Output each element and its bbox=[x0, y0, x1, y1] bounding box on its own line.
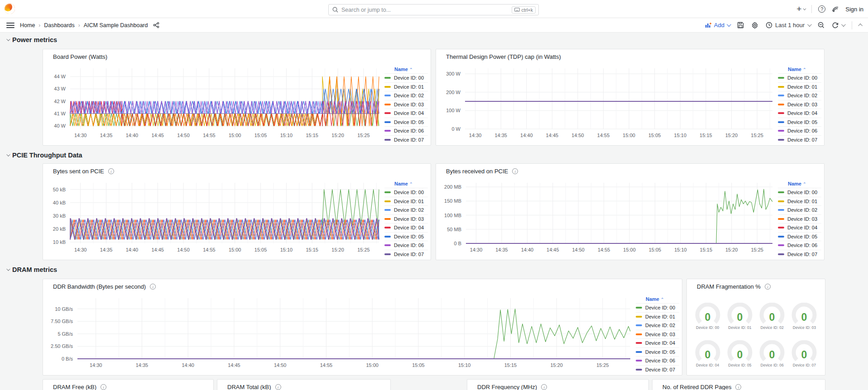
legend-item[interactable]: Device ID: 03 bbox=[778, 214, 821, 224]
refresh-button[interactable] bbox=[832, 22, 844, 29]
legend-item[interactable]: Device ID: 02 bbox=[778, 205, 821, 214]
legend-item[interactable]: Device ID: 01 bbox=[384, 197, 428, 206]
legend-item[interactable]: Device ID: 02 bbox=[636, 321, 679, 330]
legend-sort-header[interactable]: Name ⌃ bbox=[384, 66, 428, 73]
info-icon[interactable]: i bbox=[108, 168, 114, 174]
panel-title[interactable]: DDR Bandwidth (Bytes per second)i bbox=[53, 283, 156, 290]
legend-item[interactable]: Device ID: 07 bbox=[778, 250, 821, 259]
time-range-picker[interactable]: Last 1 hour bbox=[766, 22, 810, 29]
menu-toggle-icon[interactable] bbox=[6, 21, 14, 29]
legend-item[interactable]: Device ID: 04 bbox=[778, 109, 821, 118]
info-icon[interactable]: i bbox=[275, 384, 281, 390]
legend-item[interactable]: Device ID: 04 bbox=[384, 223, 428, 232]
collapse-toolbar-button[interactable] bbox=[859, 24, 863, 27]
info-icon[interactable]: i bbox=[150, 284, 156, 290]
grafana-logo[interactable] bbox=[5, 4, 15, 14]
info-icon[interactable]: i bbox=[765, 284, 771, 290]
legend-item[interactable]: Device ID: 05 bbox=[384, 232, 428, 241]
panel-title[interactable]: Board Power (Watts) bbox=[53, 53, 107, 60]
section-pcie-throughput[interactable]: PCIE Throughput Data bbox=[6, 152, 82, 159]
legend-item[interactable]: Device ID: 00 bbox=[384, 73, 428, 82]
timeseries-chart[interactable]: 300 W200 W100 W0 W14:3014:3514:4014:4514… bbox=[436, 63, 824, 145]
section-power-metrics[interactable]: Power metrics bbox=[6, 36, 57, 43]
zoom-out-time-button[interactable] bbox=[818, 22, 825, 29]
info-icon[interactable]: i bbox=[541, 384, 547, 390]
legend-item[interactable]: Device ID: 06 bbox=[778, 126, 821, 135]
add-button[interactable]: Add bbox=[705, 22, 730, 29]
legend-item[interactable]: Device ID: 05 bbox=[778, 118, 821, 127]
legend-label: Device ID: 07 bbox=[645, 367, 675, 372]
new-button[interactable]: + bbox=[796, 4, 805, 14]
gauge[interactable]: 0Device ID: 01 bbox=[724, 297, 756, 335]
timeseries-chart[interactable]: 50 kB40 kB30 kB20 kB10 kB14:3014:3514:40… bbox=[43, 177, 431, 260]
legend-item[interactable]: Device ID: 00 bbox=[778, 188, 821, 197]
panel-title[interactable]: DDR Frequency (MHz)i bbox=[477, 384, 547, 390]
gauge[interactable]: 0Device ID: 03 bbox=[788, 297, 820, 335]
legend-item[interactable]: Device ID: 01 bbox=[636, 312, 679, 321]
panel-title[interactable]: DRAM Total (kB)i bbox=[227, 384, 281, 390]
legend-item[interactable]: Device ID: 04 bbox=[778, 223, 821, 232]
legend-item[interactable]: Device ID: 05 bbox=[384, 118, 428, 127]
x-axis-tick-label: 15:00 bbox=[366, 362, 379, 368]
gauge[interactable]: 0Device ID: 02 bbox=[756, 297, 788, 335]
dashboard-settings-button[interactable] bbox=[751, 22, 758, 29]
legend-item[interactable]: Device ID: 00 bbox=[778, 73, 821, 82]
refresh-interval-dropdown[interactable] bbox=[841, 22, 846, 27]
panel-title[interactable]: Thermal Design Power (TDP) cap (in Watts… bbox=[446, 53, 561, 60]
legend-item[interactable]: Device ID: 05 bbox=[636, 347, 679, 357]
search-input[interactable]: Search or jump to... ctrl+k bbox=[328, 4, 539, 15]
timeseries-chart[interactable]: 44 W43 W42 W41 W40 W14:3014:3514:4014:45… bbox=[43, 63, 431, 145]
panel-title[interactable]: DRAM Fragmentation %i bbox=[697, 283, 771, 290]
legend-item[interactable]: Device ID: 00 bbox=[384, 188, 428, 197]
legend-sort-header[interactable]: Name ⌃ bbox=[384, 180, 428, 188]
panel-title[interactable]: No. of Retired DDR Pagesi bbox=[662, 384, 741, 390]
gauge[interactable]: 0Device ID: 05 bbox=[724, 335, 756, 372]
legend-sort-header[interactable]: Name ⌃ bbox=[636, 295, 679, 303]
panel-title[interactable]: Bytes received on PCIEi bbox=[446, 168, 518, 175]
breadcrumb-dashboards[interactable]: Dashboards bbox=[44, 22, 74, 29]
news-icon[interactable] bbox=[832, 6, 839, 12]
legend-item[interactable]: Device ID: 01 bbox=[384, 82, 428, 91]
legend-item[interactable]: Device ID: 02 bbox=[384, 91, 428, 100]
legend-sort-header[interactable]: Name ⌃ bbox=[778, 66, 821, 73]
timeseries-chart[interactable]: 10 GB/s7.50 GB/s5 GB/s2.50 GB/s0 B/s14:3… bbox=[43, 293, 682, 375]
legend-color-chip bbox=[384, 218, 391, 220]
legend-item[interactable]: Device ID: 07 bbox=[778, 135, 821, 144]
legend-item[interactable]: Device ID: 03 bbox=[778, 100, 821, 109]
legend-item[interactable]: Device ID: 05 bbox=[778, 232, 821, 241]
panel-title[interactable]: Bytes sent on PCIEi bbox=[53, 168, 114, 175]
sign-in-link[interactable]: Sign in bbox=[845, 6, 863, 13]
legend-item[interactable]: Device ID: 06 bbox=[636, 356, 679, 365]
info-icon[interactable]: i bbox=[101, 384, 106, 390]
legend-item[interactable]: Device ID: 02 bbox=[384, 205, 428, 214]
gauge[interactable]: 0Device ID: 06 bbox=[756, 335, 788, 372]
share-icon[interactable] bbox=[153, 22, 159, 28]
legend-item[interactable]: Device ID: 01 bbox=[778, 197, 821, 206]
legend-item[interactable]: Device ID: 06 bbox=[778, 241, 821, 250]
info-icon[interactable]: i bbox=[512, 168, 518, 174]
info-icon[interactable]: i bbox=[735, 384, 741, 390]
legend-item[interactable]: Device ID: 03 bbox=[384, 214, 428, 224]
save-dashboard-button[interactable] bbox=[737, 22, 744, 29]
breadcrumb-home[interactable]: Home bbox=[20, 22, 35, 29]
legend-item[interactable]: Device ID: 00 bbox=[636, 303, 679, 312]
legend-item[interactable]: Device ID: 01 bbox=[778, 82, 821, 91]
section-dram-metrics[interactable]: DRAM metrics bbox=[6, 266, 57, 273]
legend-item[interactable]: Device ID: 07 bbox=[384, 250, 428, 259]
gauge[interactable]: 0Device ID: 00 bbox=[691, 297, 724, 335]
legend-item[interactable]: Device ID: 06 bbox=[384, 241, 428, 250]
legend-item[interactable]: Device ID: 04 bbox=[384, 109, 428, 118]
legend-sort-header[interactable]: Name ⌃ bbox=[778, 180, 821, 188]
legend-item[interactable]: Device ID: 03 bbox=[636, 330, 679, 339]
panel-title[interactable]: DRAM Free (kB)i bbox=[53, 384, 106, 390]
legend-item[interactable]: Device ID: 07 bbox=[636, 365, 679, 374]
legend-item[interactable]: Device ID: 04 bbox=[636, 338, 679, 347]
gauge[interactable]: 0Device ID: 04 bbox=[691, 335, 724, 372]
gauge[interactable]: 0Device ID: 07 bbox=[788, 335, 820, 372]
legend-item[interactable]: Device ID: 07 bbox=[384, 135, 428, 144]
timeseries-chart[interactable]: 200 MB150 MB100 MB50 MB0 B14:3014:3514:4… bbox=[436, 177, 824, 260]
legend-item[interactable]: Device ID: 02 bbox=[778, 91, 821, 100]
legend-item[interactable]: Device ID: 06 bbox=[384, 126, 428, 135]
legend-item[interactable]: Device ID: 03 bbox=[384, 100, 428, 109]
help-button[interactable]: ? bbox=[818, 5, 825, 13]
